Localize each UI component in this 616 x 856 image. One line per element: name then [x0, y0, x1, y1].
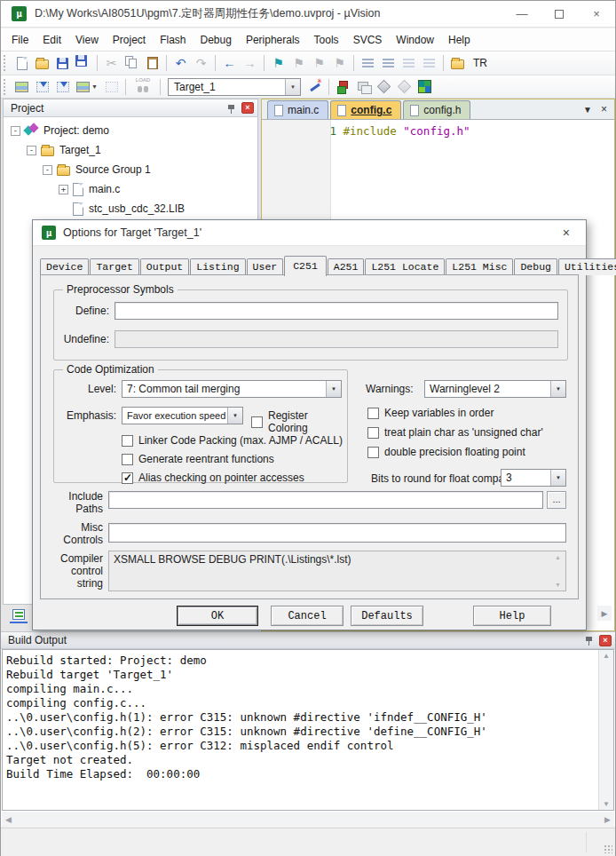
target-select-dropdown-icon[interactable]: ▼ [285, 79, 300, 95]
dialog-tab-a251[interactable]: A251 [328, 258, 365, 275]
expand-icon[interactable] [59, 185, 68, 194]
books-button[interactable] [394, 77, 415, 97]
manage-components-button[interactable] [415, 77, 435, 97]
dropdown-icon[interactable]: ▼ [550, 470, 565, 486]
menu-tools[interactable]: Tools [307, 30, 346, 50]
new-file-button[interactable] [12, 53, 32, 73]
tab-close-icon[interactable]: × [601, 103, 607, 115]
include-paths-browse-button[interactable]: ... [547, 491, 566, 509]
checkbox-icon[interactable] [122, 454, 133, 465]
tree-item-stc-usb-lib[interactable]: stc_usb_cdc_32.LIB [4, 199, 257, 218]
pin-icon[interactable] [585, 635, 594, 646]
dialog-tab-debug[interactable]: Debug [514, 258, 557, 275]
tab-main-c[interactable]: main.c [267, 100, 328, 119]
compiler-string-scrollbar[interactable]: ▲ ▼ [551, 552, 565, 590]
tree-item-main-c[interactable]: main.c [4, 179, 257, 199]
minimize-button[interactable]: — [503, 1, 541, 27]
alias-checking-checkbox[interactable]: Alias checking on pointer accesses [122, 472, 304, 484]
multi-project-button[interactable] [374, 77, 394, 97]
save-all-button[interactable] [73, 53, 93, 73]
checkbox-icon[interactable] [251, 416, 263, 428]
collapse-icon[interactable] [27, 146, 36, 155]
tree-item-target[interactable]: Target_1 [4, 140, 257, 160]
copy-button[interactable] [122, 53, 142, 73]
bookmark-prev-button[interactable]: ⚑ [288, 53, 309, 73]
build-output-close-button[interactable]: × [599, 635, 612, 646]
checkbox-icon[interactable] [122, 472, 133, 484]
tab-config-c[interactable]: config.c [330, 100, 401, 119]
build-output-vscrollbar[interactable]: ▲ ▼ [598, 650, 613, 810]
paste-button[interactable] [142, 53, 162, 73]
file-extensions-button[interactable] [353, 77, 374, 97]
maximize-button[interactable] [541, 1, 578, 27]
include-paths-input[interactable] [108, 491, 543, 509]
dialog-tab-c251[interactable]: C251 [284, 256, 327, 276]
bits-round-select[interactable]: 3 ▼ [501, 469, 566, 487]
pin-icon[interactable] [227, 103, 236, 114]
indent-button[interactable] [378, 53, 399, 73]
dialog-tab-target[interactable]: Target [90, 258, 138, 275]
download-button[interactable]: LOAD [130, 77, 156, 97]
dialog-close-button[interactable]: × [556, 224, 577, 242]
menu-debug[interactable]: Debug [193, 30, 239, 50]
toolbar-grip[interactable] [4, 79, 8, 95]
stop-build-button[interactable] [101, 77, 122, 97]
editor-hscroll-right-arrow[interactable]: ▶ [597, 606, 612, 621]
rebuild-button[interactable] [52, 77, 73, 97]
checkbox-icon[interactable] [122, 435, 133, 447]
redo-button[interactable]: ↷ [191, 53, 211, 73]
options-for-target-button[interactable] [304, 77, 325, 97]
code-editor[interactable]: 1 #include "config.h" [262, 120, 614, 218]
define-input[interactable] [115, 302, 558, 320]
ok-button[interactable]: OK [177, 606, 258, 626]
tree-item-source-group[interactable]: Source Group 1 [4, 160, 257, 179]
close-button[interactable]: × [578, 1, 615, 27]
cancel-button[interactable]: Cancel [271, 606, 344, 626]
menu-peripherals[interactable]: Peripherals [239, 30, 307, 50]
checkbox-icon[interactable] [367, 427, 379, 439]
keep-variables-checkbox[interactable]: Keep variables in order [367, 407, 494, 419]
dialog-tab-user[interactable]: User [247, 258, 284, 275]
warnings-select[interactable]: Warninglevel 2 ▼ [424, 380, 566, 398]
checkbox-icon[interactable] [367, 408, 379, 419]
build-button[interactable] [32, 77, 52, 97]
collapse-icon[interactable] [43, 165, 52, 175]
scroll-down-icon[interactable]: ▼ [603, 800, 610, 808]
cut-button[interactable]: ✂ [101, 53, 122, 73]
translate-file-button[interactable] [12, 77, 32, 97]
menu-view[interactable]: View [68, 30, 106, 50]
batch-build-caret-icon[interactable]: ▼ [91, 83, 98, 90]
generate-reentrant-checkbox[interactable]: Generate reentrant functions [122, 453, 274, 465]
dialog-tab-l251-misc[interactable]: L251 Misc [446, 258, 513, 275]
bookmark-next-button[interactable]: ⚑ [309, 53, 329, 73]
linker-code-packing-checkbox[interactable]: Linker Code Packing (max. AJMP / ACALL) [122, 434, 343, 447]
scroll-right-icon[interactable]: ▶ [604, 815, 611, 824]
dialog-tab-listing[interactable]: Listing [190, 258, 245, 275]
register-coloring-checkbox[interactable]: Register Coloring [251, 409, 347, 434]
dialog-tab-device[interactable]: Device [40, 258, 89, 275]
batch-build-button[interactable]: ▼ [73, 77, 101, 97]
toolbar-grip[interactable] [4, 55, 8, 71]
collapse-icon[interactable] [11, 126, 20, 136]
target-select[interactable]: Target_1 ▼ [168, 78, 301, 96]
dropdown-icon[interactable]: ▼ [550, 381, 565, 397]
menu-svcs[interactable]: SVCS [346, 30, 390, 50]
undo-button[interactable]: ↶ [170, 53, 191, 73]
optimization-level-select[interactable]: 7: Common tail merging ▼ [122, 380, 342, 398]
dialog-tab-utilities[interactable]: Utilities [558, 258, 616, 275]
uncomment-button[interactable] [419, 53, 439, 73]
scroll-up-icon[interactable]: ▲ [555, 554, 561, 560]
plain-char-checkbox[interactable]: treat plain char as 'unsigned char' [367, 426, 543, 439]
scroll-left-icon[interactable]: ◀ [5, 815, 12, 824]
dropdown-icon[interactable]: ▼ [227, 408, 242, 424]
build-output-hscrollbar[interactable]: ◀ ▶ [2, 812, 614, 827]
menu-help[interactable]: Help [441, 30, 478, 50]
manage-rte-button[interactable] [333, 77, 353, 97]
checkbox-icon[interactable] [367, 447, 379, 458]
navigate-back-button[interactable]: ← [219, 53, 240, 73]
tree-item-project[interactable]: Project: demo [4, 121, 257, 140]
menu-flash[interactable]: Flash [153, 30, 193, 50]
open-file-button[interactable] [32, 53, 52, 73]
emphasis-select[interactable]: Favor execution speed ▼ [122, 407, 243, 424]
find-in-files-button[interactable] [447, 53, 468, 73]
